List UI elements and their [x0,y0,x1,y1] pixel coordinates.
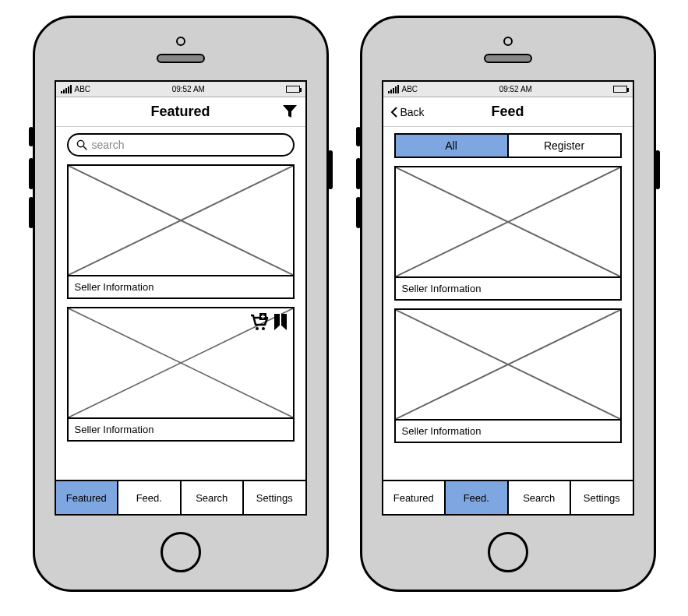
phone-featured: ABC 09:52 AM Featured search Seller Info [33,16,329,592]
carrier-label: ABC [75,85,91,93]
tab-search[interactable]: Search [509,481,572,514]
tab-bar: Featured Feed. Search Settings [383,480,633,514]
status-time: 09:52 AM [499,85,532,93]
product-card[interactable]: Seller Information [67,307,295,442]
tab-featured[interactable]: Featured [383,481,446,514]
nav-bar: Featured [56,97,305,127]
image-placeholder [396,310,620,419]
content: search Seller Information [56,127,305,480]
signal-icon [61,85,72,93]
segment-all[interactable]: All [396,135,509,157]
battery-icon [613,86,627,93]
back-label: Back [400,106,425,118]
status-bar: ABC 09:52 AM [383,82,633,97]
content: All Register Seller Information Seller I… [383,127,633,480]
tab-feed[interactable]: Feed. [446,481,509,514]
signal-icon [388,85,399,93]
svg-point-7 [262,327,265,330]
back-button[interactable]: Back [390,106,425,118]
product-card[interactable]: Seller Information [394,166,622,301]
image-placeholder [69,166,293,275]
add-to-cart-icon[interactable] [249,313,270,332]
status-time: 09:52 AM [172,85,205,93]
chevron-left-icon [390,107,399,118]
seller-info: Seller Information [396,419,620,442]
seller-info: Seller Information [69,417,293,440]
svg-line-1 [83,146,86,150]
battery-icon [286,86,300,93]
tab-settings[interactable]: Settings [244,481,305,514]
page-title: Feed [491,104,524,120]
segmented-control: All Register [394,133,622,158]
phone-feed: ABC 09:52 AM Back Feed All Register [360,16,656,592]
product-card[interactable]: Seller Information [394,308,622,443]
seller-info: Seller Information [396,276,620,299]
search-icon [76,139,87,150]
status-bar: ABC 09:52 AM [56,82,305,97]
carrier-label: ABC [402,85,418,93]
tab-featured[interactable]: Featured [56,481,119,514]
filter-icon[interactable] [282,104,298,122]
page-title: Featured [150,104,210,120]
tab-bar: Featured Feed. Search Settings [56,480,305,514]
tab-settings[interactable]: Settings [571,481,633,514]
tab-feed[interactable]: Feed. [118,481,182,514]
product-card[interactable]: Seller Information [67,164,295,299]
svg-point-6 [256,327,259,330]
search-placeholder: search [92,139,125,151]
search-input[interactable]: search [67,133,295,157]
screen: ABC 09:52 AM Featured search Seller Info [55,80,307,516]
image-placeholder [69,308,293,417]
svg-point-0 [77,140,83,146]
segment-register[interactable]: Register [509,135,620,157]
tab-search[interactable]: Search [182,481,245,514]
image-placeholder [396,167,620,276]
screen: ABC 09:52 AM Back Feed All Register [382,80,634,516]
bookmark-icon[interactable] [273,313,288,332]
nav-bar: Back Feed [383,97,633,127]
seller-info: Seller Information [69,275,293,297]
